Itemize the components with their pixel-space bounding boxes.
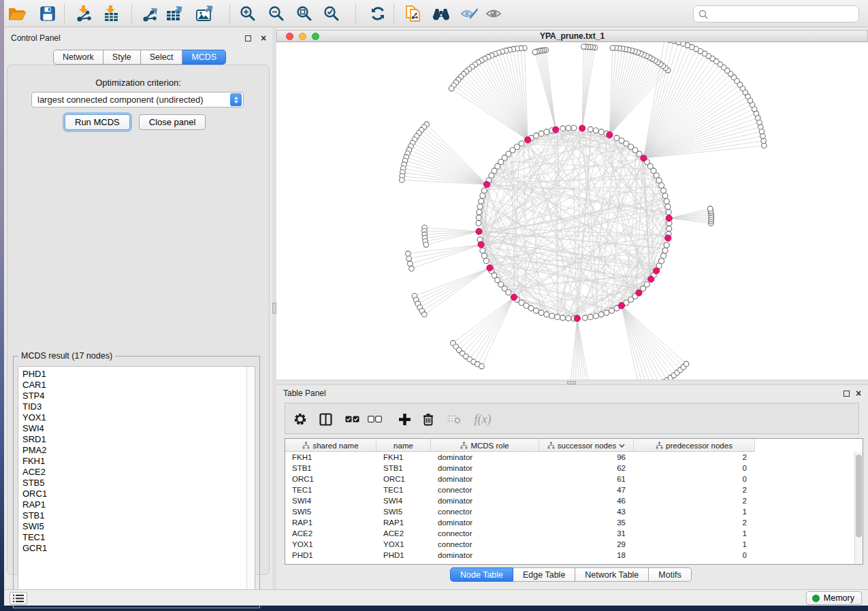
graph-hub-node[interactable]	[648, 276, 654, 282]
show-columns-button[interactable]	[315, 409, 336, 429]
graph-node[interactable]	[449, 86, 454, 91]
graph-node[interactable]	[666, 226, 672, 231]
graph-node[interactable]	[555, 314, 560, 320]
table-row[interactable]: RAP1RAP1dominator352	[285, 517, 854, 528]
zoom-in-button[interactable]	[236, 2, 259, 25]
graph-node[interactable]	[664, 199, 669, 204]
mcds-result-item[interactable]: SWI5	[22, 521, 246, 532]
delete-table-button[interactable]	[444, 409, 464, 429]
graph-node[interactable]	[560, 315, 566, 320]
graph-node[interactable]	[406, 256, 412, 261]
duplicate-network-button[interactable]	[402, 2, 425, 25]
horizontal-splitter[interactable]	[276, 380, 868, 385]
graph-node[interactable]	[481, 188, 487, 193]
mcds-result-item[interactable]: STP4	[22, 391, 246, 401]
graph-node[interactable]	[676, 42, 681, 45]
graph-node[interactable]	[409, 266, 415, 271]
zoom-fit-button[interactable]	[293, 2, 316, 25]
function-builder-button[interactable]: f(x)	[469, 409, 496, 429]
graph-node[interactable]	[476, 215, 481, 220]
graph-node[interactable]	[506, 290, 511, 295]
mcds-result-item[interactable]: ACE2	[22, 467, 246, 478]
tab-network-table[interactable]: Network Table	[575, 567, 649, 582]
run-mcds-button[interactable]: Run MCDS	[65, 114, 130, 130]
graph-node[interactable]	[566, 125, 571, 131]
scrollbar-thumb[interactable]	[856, 455, 862, 538]
tab-motifs[interactable]: Motifs	[649, 567, 691, 582]
float-panel-button[interactable]	[244, 34, 252, 42]
graph-node[interactable]	[588, 127, 593, 132]
select-all-button[interactable]	[342, 409, 362, 429]
graph-node[interactable]	[610, 46, 615, 51]
graph-node[interactable]	[483, 259, 489, 264]
tab-mcds[interactable]: MCDS	[182, 50, 226, 65]
find-network-button[interactable]	[430, 2, 453, 25]
delete-column-button[interactable]	[418, 409, 438, 429]
mcds-result-item[interactable]: GCR1	[22, 543, 246, 554]
mcds-result-item[interactable]: PMA2	[22, 445, 246, 456]
mcds-list-scrollbar[interactable]	[246, 367, 255, 603]
graph-node[interactable]	[528, 306, 534, 311]
save-session-button[interactable]	[36, 2, 59, 25]
column-header-successor-nodes[interactable]: successor nodes	[539, 439, 634, 452]
hide-selection-button[interactable]	[457, 2, 481, 25]
graph-node[interactable]	[593, 128, 598, 133]
graph-node[interactable]	[659, 183, 664, 188]
graph-node[interactable]	[593, 313, 598, 318]
add-column-button[interactable]	[394, 409, 415, 429]
table-scrollbar[interactable]	[854, 452, 863, 564]
graph-node[interactable]	[609, 308, 615, 314]
graph-node[interactable]	[598, 312, 604, 317]
graph-node[interactable]	[532, 50, 538, 55]
graph-node[interactable]	[644, 282, 649, 287]
graph-hub-node[interactable]	[484, 182, 490, 188]
graph-node[interactable]	[422, 312, 428, 317]
memory-button[interactable]: Memory	[806, 591, 862, 605]
graph-node[interactable]	[423, 242, 429, 248]
graph-node[interactable]	[560, 126, 566, 131]
mcds-result-item[interactable]: TID3	[22, 401, 246, 412]
mcds-result-item[interactable]: ORC1	[22, 489, 246, 499]
mcds-result-item[interactable]: CAR1	[22, 380, 246, 391]
graph-node[interactable]	[534, 308, 539, 314]
graph-hub-node[interactable]	[579, 125, 585, 131]
graph-node[interactable]	[614, 135, 620, 141]
graph-node[interactable]	[408, 261, 413, 267]
network-graph[interactable]	[276, 42, 868, 380]
column-header-mcds-role[interactable]: MCDS role	[431, 439, 539, 452]
graph-node[interactable]	[479, 199, 484, 204]
graph-node[interactable]	[661, 188, 666, 193]
graph-node[interactable]	[481, 253, 487, 259]
graph-node[interactable]	[588, 314, 593, 320]
graph-hub-node[interactable]	[641, 155, 647, 161]
table-row[interactable]: TEC1TEC1connector472	[285, 484, 854, 495]
graph-node[interactable]	[539, 131, 544, 136]
graph-node[interactable]	[477, 210, 482, 215]
graph-node[interactable]	[598, 129, 604, 135]
graph-hub-node[interactable]	[487, 265, 493, 271]
graph-hub-node[interactable]	[666, 215, 672, 221]
graph-hub-node[interactable]	[654, 267, 660, 274]
graph-hub-node[interactable]	[607, 132, 613, 138]
optimization-criterion-select[interactable]: largest connected component (undirected)	[31, 92, 244, 108]
graph-node[interactable]	[666, 210, 671, 215]
show-graphics-details-button[interactable]	[482, 2, 505, 25]
graph-node[interactable]	[539, 310, 544, 316]
open-file-button[interactable]	[5, 2, 29, 25]
table-row[interactable]: SWI4SWI4dominator462	[285, 495, 854, 506]
graph-node[interactable]	[549, 313, 555, 318]
mcds-result-item[interactable]: FKH1	[22, 456, 246, 467]
graph-node[interactable]	[661, 253, 666, 259]
graph-node[interactable]	[571, 125, 577, 131]
close-table-panel-button[interactable]: ×	[854, 389, 863, 397]
splitter-grip[interactable]	[567, 381, 576, 384]
graph-hub-node[interactable]	[525, 137, 531, 143]
search-box[interactable]	[693, 5, 859, 22]
export-table-button[interactable]	[163, 2, 186, 25]
mcds-result-item[interactable]: SWI4	[22, 423, 246, 434]
graph-hub-node[interactable]	[511, 294, 517, 300]
graph-hub-node[interactable]	[553, 127, 559, 133]
export-image-button[interactable]	[193, 2, 216, 25]
mcds-result-item[interactable]: PHD1	[22, 369, 246, 380]
tab-node-table[interactable]: Node Table	[450, 567, 513, 582]
